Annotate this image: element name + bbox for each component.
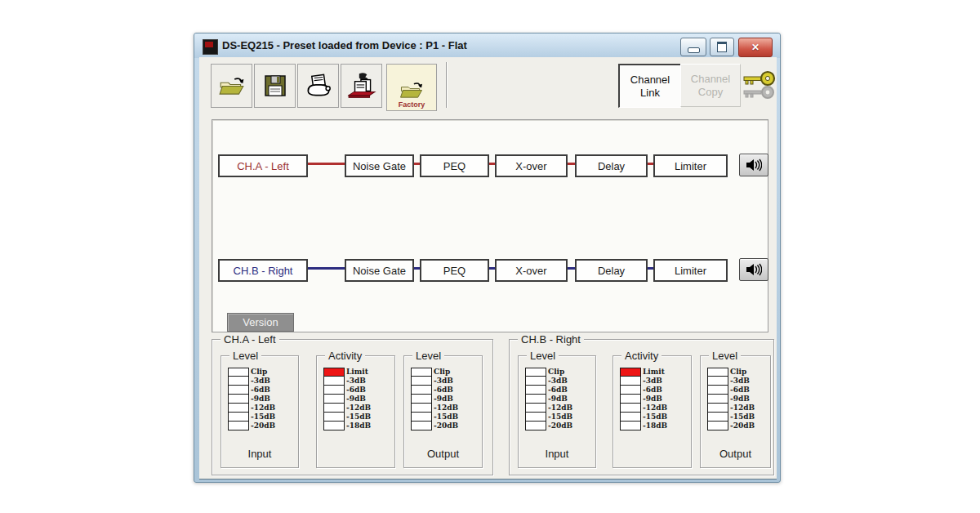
mute-button-channel-a[interactable] <box>739 154 768 176</box>
key-shadow-icon <box>744 87 773 98</box>
meter-scale-label: -9dB <box>249 395 270 404</box>
save-preset-button[interactable] <box>254 64 296 108</box>
block-delay-b[interactable]: Delay <box>575 259 648 282</box>
meter-caption: Input <box>519 448 595 460</box>
meter-scale-label: -3dB <box>249 377 270 386</box>
channel-link-button[interactable]: Channel Link <box>618 64 681 108</box>
meter-scale-label: -6dB <box>345 386 366 395</box>
channel-b-meter-group: CH.B - Right Level Clip-3dB-6dB-9dB-12dB… <box>509 339 774 475</box>
close-button[interactable]: ✕ <box>738 38 773 57</box>
meter-scale-label: Clip <box>432 368 450 377</box>
minimize-icon <box>688 47 700 53</box>
activity-meter-a: Limit-3dB-6dB-9dB-12dB-15dB-18dB <box>323 368 371 430</box>
meter-scale-label: -6dB <box>728 386 750 395</box>
meter-caption: Output <box>701 448 770 460</box>
meter-scale-label: Clip <box>546 368 564 377</box>
titlebar[interactable]: DS-EQ215 - Preset loaded from Device : P… <box>194 33 780 58</box>
screenshot-canvas: DS-EQ215 - Preset loaded from Device : P… <box>0 0 980 513</box>
toolbar-separator <box>446 62 447 108</box>
meter-scale-label: -15dB <box>546 413 572 422</box>
meter-scale-label: -20dB <box>249 422 275 430</box>
recall-from-device-button[interactable] <box>297 64 339 108</box>
group-label-channel-a: CH.A - Left <box>220 333 279 346</box>
meter-segment <box>411 421 432 430</box>
minimize-button[interactable] <box>680 38 706 56</box>
block-xover-a[interactable]: X-over <box>495 154 568 177</box>
open-preset-button[interactable] <box>211 64 252 108</box>
recall-device-icon <box>304 73 333 99</box>
meter-scale-label: -12dB <box>345 404 371 413</box>
meter-scale-label: -18dB <box>641 422 667 430</box>
meter-row: -20dB <box>707 422 755 430</box>
meter-scale-label: -15dB <box>641 413 667 422</box>
meter-row: -20dB <box>228 422 275 430</box>
meter-title: Activity <box>621 350 662 362</box>
block-limiter-b[interactable]: Limiter <box>653 259 728 282</box>
channel-copy-button[interactable]: Channel Copy <box>680 64 741 107</box>
meter-scale-label: -6dB <box>641 386 662 395</box>
meter-segment <box>525 421 546 430</box>
meter-scale-label: -20dB <box>728 422 755 430</box>
open-folder-icon <box>218 74 246 98</box>
store-to-device-button[interactable] <box>341 64 382 108</box>
meter-scale-label: -12dB <box>432 404 458 413</box>
version-button[interactable]: Version <box>227 313 294 332</box>
lock-key-button[interactable] <box>742 65 779 105</box>
meter-scale-label: -3dB <box>432 377 453 386</box>
client-area: Factory Channel Link Channel Copy <box>199 57 777 480</box>
meter-scale-label: -18dB <box>345 422 371 430</box>
speaker-icon <box>746 263 762 276</box>
meter-caption: Input <box>221 448 298 460</box>
maximize-button[interactable] <box>710 38 734 56</box>
meter-segment <box>228 421 249 430</box>
meter-group-input-level-b: Level Clip-3dB-6dB-9dB-12dB-15dB-20dB In… <box>518 355 596 468</box>
block-peq-a[interactable]: PEQ <box>420 154 489 177</box>
block-noise-gate-b[interactable]: Noise Gate <box>345 259 414 282</box>
meter-group-activity-b: Activity Limit-3dB-6dB-9dB-12dB-15dB-18d… <box>612 355 692 468</box>
meter-title: Level <box>412 350 444 362</box>
key-icon <box>744 72 774 85</box>
meter-scale-label: -12dB <box>641 404 667 413</box>
meter-scale-label: -3dB <box>728 377 750 386</box>
meter-row: -20dB <box>411 422 458 430</box>
block-noise-gate-a[interactable]: Noise Gate <box>345 154 414 177</box>
app-window: DS-EQ215 - Preset loaded from Device : P… <box>194 33 781 483</box>
meter-title: Level <box>229 350 261 362</box>
block-xover-b[interactable]: X-over <box>495 259 568 282</box>
meter-scale-label: -9dB <box>641 395 662 404</box>
output-level-meter-a: Clip-3dB-6dB-9dB-12dB-15dB-20dB <box>411 368 458 430</box>
meter-scale-label: -20dB <box>546 422 572 430</box>
meter-scale-label: -3dB <box>546 377 568 386</box>
meter-segment <box>323 421 345 430</box>
meter-segment <box>620 421 641 430</box>
meter-scale-label: -3dB <box>641 377 662 386</box>
meter-row: -20dB <box>525 422 572 430</box>
meter-row: -18dB <box>323 422 371 430</box>
maximize-icon <box>717 42 727 52</box>
meter-scale-label: -12dB <box>546 404 572 413</box>
meter-scale-label: -6dB <box>546 386 568 395</box>
factory-presets-button[interactable]: Factory <box>386 64 437 111</box>
speaker-icon <box>746 158 762 172</box>
meter-segment <box>707 421 728 430</box>
block-peq-b[interactable]: PEQ <box>420 259 489 282</box>
meter-scale-label: -12dB <box>249 404 275 413</box>
activity-meter-b: Limit-3dB-6dB-9dB-12dB-15dB-18dB <box>620 368 667 430</box>
block-limiter-a[interactable]: Limiter <box>653 154 728 177</box>
factory-button-label: Factory <box>399 100 425 109</box>
meter-scale-label: -6dB <box>249 386 270 395</box>
close-icon: ✕ <box>751 42 760 53</box>
channel-a-source-block[interactable]: CH.A - Left <box>218 154 308 177</box>
meter-scale-label: -3dB <box>345 377 366 386</box>
mute-button-channel-b[interactable] <box>739 258 768 281</box>
meter-scale-label: -15dB <box>728 413 755 422</box>
meter-scale-label: -9dB <box>345 395 366 404</box>
meter-group-input-level-a: Level Clip-3dB-6dB-9dB-12dB-15dB-20dB In… <box>220 355 299 468</box>
meter-scale-label: -9dB <box>432 395 453 404</box>
meter-scale-label: -9dB <box>546 395 568 404</box>
block-delay-a[interactable]: Delay <box>575 154 648 177</box>
channel-a-flow-row: CH.A - Left Noise Gate PEQ X-over Delay … <box>212 154 768 175</box>
channel-b-source-block[interactable]: CH.B - Right <box>218 259 308 282</box>
meter-group-activity-a: Activity Limit-3dB-6dB-9dB-12dB-15dB-18d… <box>316 355 395 468</box>
meter-scale-label: -15dB <box>432 413 458 422</box>
